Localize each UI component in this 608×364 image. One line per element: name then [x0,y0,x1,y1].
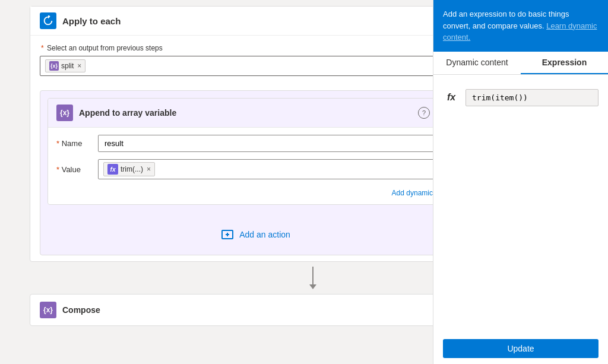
fx-token-icon: fx [107,164,118,175]
append-action-icon: {x} [56,105,73,121]
loop-icon [43,15,53,26]
apply-to-each-icon [40,12,56,29]
name-row: * Name result ∨ [56,135,454,152]
expression-input[interactable] [466,89,598,106]
split-token-icon: {x} [49,61,59,71]
apply-card-header: Apply to each ··· [30,7,480,36]
value-label: * Value [56,165,98,174]
update-button[interactable]: Update [443,339,598,358]
arrow-head [309,284,316,289]
popover-info: Add an expression to do basic things con… [433,0,608,52]
dynamic-content-link[interactable]: Add dynamic cont... [56,186,454,197]
trim-token[interactable]: fx trim(...) × [103,162,155,176]
arrow-line [312,267,314,284]
apply-card-title: Apply to each [62,16,451,26]
add-action-button[interactable]: Add an action [213,224,297,245]
apply-card-body: * Select an output from previous steps {… [30,36,480,82]
compose-card: {x} Compose ? [30,294,481,326]
add-action-icon [220,227,235,242]
split-token[interactable]: {x} split × [45,59,86,72]
select-output-input[interactable]: {x} split × [40,56,471,76]
fx-expression-icon: fx [443,89,460,106]
append-card-body: * Name result ∨ * Value [48,128,463,204]
tab-expression[interactable]: Expression [521,52,608,74]
popover-body: fx [433,75,608,334]
apply-to-each-card: Apply to each ··· * Select an output fro… [30,6,481,262]
name-select-field[interactable]: result ∨ [98,135,454,152]
append-array-card: {x} Append to array variable ? ··· * Nam… [48,98,463,205]
name-label: * Name [56,139,98,148]
append-card-title: Append to array variable [79,108,418,118]
add-action-area: Add an action [40,212,470,255]
value-token-input[interactable]: fx trim(...) × [98,159,454,179]
split-token-close[interactable]: × [77,62,81,70]
compose-icon: {x} [40,302,56,318]
compose-title: Compose [62,305,454,315]
inner-content-area: {x} Append to array variable ? ··· * Nam… [40,90,471,255]
popover-panel: Add an expression to do basic things con… [433,0,608,364]
select-output-label: * Select an output from previous steps [40,44,471,52]
tab-dynamic-content[interactable]: Dynamic content [433,52,521,74]
add-action-label: Add an action [239,230,290,239]
value-row: * Value fx trim(...) × [56,159,454,179]
main-canvas: Apply to each ··· * Select an output fro… [0,0,608,364]
append-card-header: {x} Append to array variable ? ··· [48,99,463,128]
append-help-button[interactable]: ? [418,107,430,119]
trim-token-close[interactable]: × [147,165,151,173]
popover-tabs: Dynamic content Expression [433,52,608,75]
expression-row: fx [443,84,598,111]
